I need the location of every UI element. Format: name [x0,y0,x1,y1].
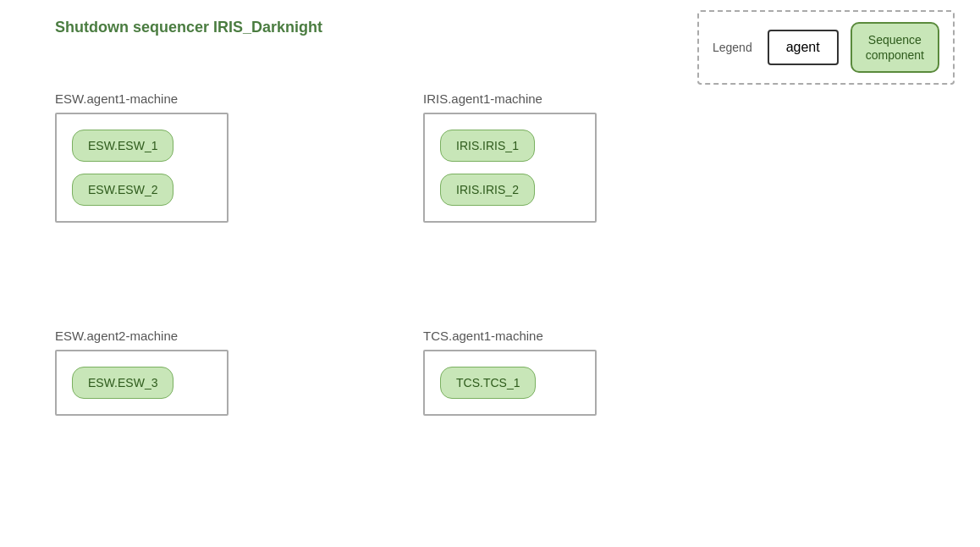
machine-label-esw2: ESW.agent2-machine [55,329,228,343]
machine-box-esw1: ESW.ESW_1 ESW.ESW_2 [55,113,228,223]
legend-box: Legend agent Sequencecomponent [697,10,955,85]
component-esw2[interactable]: ESW.ESW_2 [72,174,173,206]
component-iris1[interactable]: IRIS.IRIS_1 [440,130,535,162]
legend-sequence: Sequencecomponent [851,22,939,73]
title-highlight: IRIS_Darknight [213,19,322,36]
machine-label-iris1: IRIS.agent1-machine [423,91,597,106]
machine-group-iris-agent1: IRIS.agent1-machine IRIS.IRIS_1 IRIS.IRI… [423,91,597,223]
machine-box-esw2: ESW.ESW_3 [55,350,228,416]
machine-group-esw-agent2: ESW.agent2-machine ESW.ESW_3 [55,329,228,416]
component-esw1[interactable]: ESW.ESW_1 [72,130,173,162]
legend-label: Legend [713,41,752,54]
component-tcs1[interactable]: TCS.TCS_1 [440,367,536,399]
component-esw3[interactable]: ESW.ESW_3 [72,367,173,399]
page-title: Shutdown sequencer IRIS_Darknight [55,19,322,36]
machine-group-tcs-agent1: TCS.agent1-machine TCS.TCS_1 [423,329,597,416]
machine-box-iris1: IRIS.IRIS_1 IRIS.IRIS_2 [423,113,597,223]
machine-label-tcs1: TCS.agent1-machine [423,329,597,343]
machine-group-esw-agent1: ESW.agent1-machine ESW.ESW_1 ESW.ESW_2 [55,91,228,223]
machine-label-esw1: ESW.agent1-machine [55,91,228,106]
machine-box-tcs1: TCS.TCS_1 [423,350,597,416]
title-prefix: Shutdown sequencer [55,19,213,36]
legend-agent: agent [768,30,839,65]
component-iris2[interactable]: IRIS.IRIS_2 [440,174,535,206]
